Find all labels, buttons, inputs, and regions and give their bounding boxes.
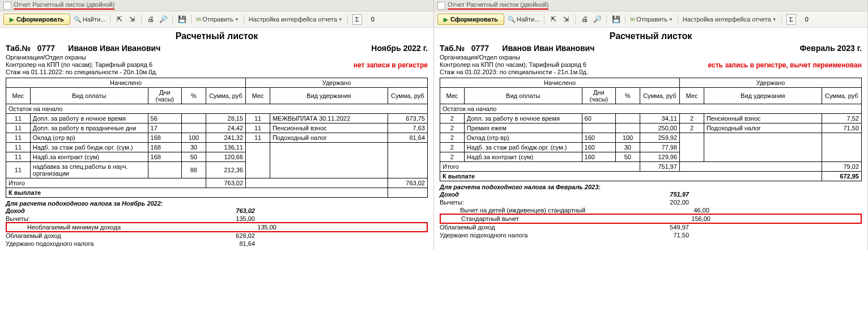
separator — [575, 15, 576, 24]
toolbar: ▶ Сформировать 🔍 Найти... ⇱ ⇲ 🖨 🔎 💾 ✉ От… — [0, 11, 433, 28]
accrued-header: Начислено — [6, 78, 246, 88]
mail-icon: ✉ — [630, 16, 635, 23]
table-header-cols: Мес Вид оплаты Дни (часы) % Сумма, руб М… — [440, 88, 862, 104]
taxable-row: Облагаемый доход 628,02 — [6, 232, 428, 240]
separator — [110, 15, 110, 24]
left-pane: Отчет Расчетный листок (двойной) ▶ Сформ… — [0, 0, 434, 250]
annotation: нет записи в регистре — [354, 61, 428, 69]
generate-button[interactable]: ▶ Сформировать — [437, 14, 504, 25]
document-icon — [437, 2, 445, 10]
income-row: Доход 763,02 — [6, 207, 428, 215]
tabno-value: 0777 — [37, 44, 55, 53]
table-header-group: Начислено Удержано — [440, 78, 862, 88]
table-row: 11 Оклад (отр вр) 168 100 241,32 11 Подо… — [6, 133, 428, 143]
header-row: Таб.№ 0777 Иванов Иван Иванович Февраль … — [440, 44, 862, 53]
play-icon: ▶ — [10, 16, 14, 23]
topay-row: К выплате 672,95 — [440, 172, 862, 181]
withheld-row: Удержано подоходного налога 71,50 — [440, 231, 862, 239]
withheld-row: Удержано подоходного налога 81,64 — [6, 240, 428, 248]
chevron-down-icon: ▼ — [669, 17, 673, 22]
collapse-icon[interactable]: ⇲ — [561, 15, 571, 24]
summary-section: Для расчета подоходного налога за Феврал… — [440, 184, 862, 239]
send-button[interactable]: ✉ Отправить ▼ — [630, 16, 673, 23]
document-title: Расчетный листок — [6, 31, 428, 41]
window-title-bar: Отчет Расчетный листок (двойной) — [0, 0, 433, 11]
table-header-group: Начислено Удержано — [6, 78, 428, 88]
preview-icon[interactable]: 🔎 — [159, 15, 168, 24]
settings-button[interactable]: Настройка интерфейса отчета ▼ — [249, 16, 343, 23]
deduction-item: Стандартный вычет 156,00 — [441, 215, 861, 223]
position-line: Контролер на КПП (по часам); Тарифный ра… — [6, 61, 428, 68]
stage-line: Стаж на 01.11.2022: по специальности - 2… — [6, 69, 428, 75]
generate-button-label: Сформировать — [450, 16, 498, 23]
highlighted-deduction: Стандартный вычет 156,00 — [440, 214, 862, 224]
total-row: Итого 751,97 79,02 — [440, 162, 862, 172]
generate-button[interactable]: ▶ Сформировать — [3, 14, 70, 25]
print-icon[interactable]: 🖨 — [146, 15, 155, 24]
window-title: Отчет Расчетный листок (двойной) — [14, 1, 114, 10]
expand-icon[interactable]: ⇱ — [115, 15, 124, 24]
generate-button-label: Сформировать — [16, 16, 64, 23]
start-balance-row: Остаток на начало — [440, 104, 862, 114]
topay-row: К выплате — [6, 188, 428, 198]
summary-section: Для расчета подоходного налога за Ноябрь… — [6, 200, 428, 248]
find-button[interactable]: 🔍 Найти... — [74, 16, 106, 23]
search-icon: 🔍 — [74, 16, 82, 23]
sigma-button[interactable]: Σ — [352, 14, 362, 25]
position-line: Контролер на КПП (по часам); Тарифный ра… — [440, 61, 862, 68]
document-icon — [3, 2, 11, 10]
accrued-header: Начислено — [440, 78, 680, 88]
highlighted-deduction: Необлагаемый минимум дохода 135,00 — [6, 222, 428, 232]
save-icon[interactable]: 💾 — [611, 15, 620, 24]
deductions-row: Вычеты: 135,00 — [6, 215, 428, 223]
deductions-row: Вычеты: 202,00 — [440, 198, 862, 206]
save-icon[interactable]: 💾 — [177, 15, 186, 24]
expand-icon[interactable]: ⇱ — [549, 15, 558, 24]
payroll-table: Начислено Удержано Мес Вид оплаты Дни (ч… — [6, 78, 428, 198]
separator — [781, 15, 782, 24]
play-icon: ▶ — [444, 16, 448, 23]
table-header-cols: Мес Вид оплаты Дни (часы) % Сумма, руб М… — [6, 88, 428, 104]
chevron-down-icon: ▼ — [772, 17, 777, 22]
report-content: Расчетный листок Таб.№ 0777 Иванов Иван … — [434, 28, 867, 241]
table-row: 2 Допл. за работу в ночное время 60 34,1… — [440, 114, 862, 124]
right-pane: Отчет Расчетный листок (двойной) ▶ Сформ… — [434, 0, 868, 250]
tax-section-header: Для расчета подоходного налога за Ноябрь… — [6, 200, 428, 207]
income-row: Доход 751,97 — [440, 190, 862, 198]
separator — [678, 15, 678, 24]
separator — [347, 15, 348, 24]
chevron-down-icon: ▼ — [235, 17, 239, 22]
report-content: Расчетный листок Таб.№ 0777 Иванов Иван … — [0, 28, 433, 250]
table-row: 11 Допл. за работу в ночное время 56 28,… — [6, 114, 428, 124]
org-line: Организация/Отдел охраны — [6, 54, 428, 61]
header-row: Таб.№ 0777 Иванов Иван Иванович Ноябрь 2… — [6, 44, 428, 53]
sigma-button[interactable]: Σ — [786, 14, 796, 25]
find-button[interactable]: 🔍 Найти... — [508, 16, 540, 23]
chevron-down-icon: ▼ — [338, 17, 343, 22]
sigma-value: 0 — [371, 16, 375, 23]
document-title: Расчетный листок — [440, 31, 862, 41]
period: Февраль 2023 г. — [800, 44, 862, 53]
settings-button[interactable]: Настройка интерфейса отчета ▼ — [683, 16, 777, 23]
separator — [606, 15, 607, 24]
table-row: 2 Премия ежем 250,00 2 Подоходный налог … — [440, 124, 862, 133]
separator — [172, 15, 173, 24]
stage-line: Стаж на 01.02.2023: по специальности - 2… — [440, 69, 862, 75]
separator — [191, 15, 192, 24]
payroll-table: Начислено Удержано Мес Вид оплаты Дни (ч… — [440, 78, 862, 181]
annotation: есть запись в регистре, вычет переименов… — [708, 61, 862, 69]
separator — [625, 15, 626, 24]
taxable-row: Облагаемый доход 549,97 — [440, 223, 862, 231]
send-button[interactable]: ✉ Отправить ▼ — [196, 16, 239, 23]
preview-icon[interactable]: 🔎 — [593, 15, 602, 24]
search-icon: 🔍 — [508, 16, 516, 23]
toolbar: ▶ Сформировать 🔍 Найти... ⇱ ⇲ 🖨 🔎 💾 ✉ От… — [434, 11, 867, 28]
withheld-header: Удержано — [680, 78, 862, 88]
employee-name: Иванов Иван Иванович — [68, 44, 160, 53]
start-balance-row: Остаток на начало — [6, 104, 428, 114]
tabno-label: Таб.№ — [6, 44, 31, 53]
tabno-value: 0777 — [471, 44, 489, 53]
total-row: Итого 763,02 763,02 — [6, 178, 428, 188]
print-icon[interactable]: 🖨 — [580, 15, 589, 24]
collapse-icon[interactable]: ⇲ — [127, 15, 137, 24]
